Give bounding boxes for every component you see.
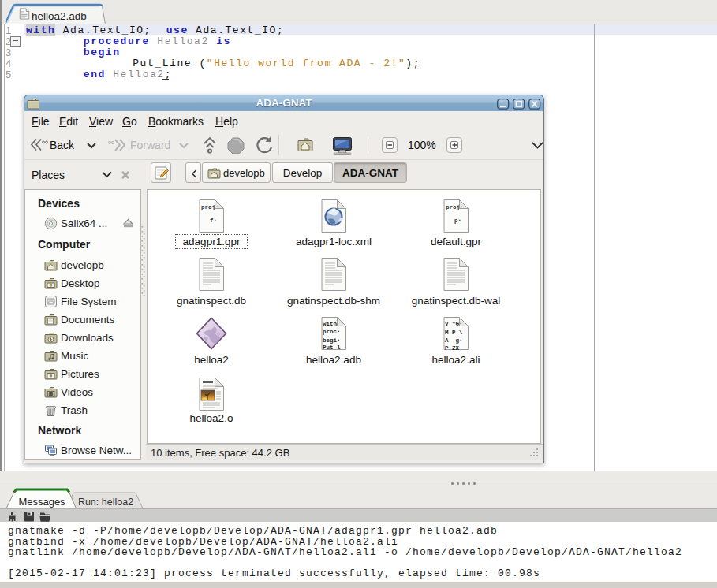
svg-text:begi⋅: begi⋅	[323, 337, 341, 344]
svg-text:M P \: M P \	[445, 329, 463, 336]
svg-text:proj⋅: proj⋅	[201, 204, 219, 210]
svg-text:V "G⋅: V "G⋅	[445, 321, 463, 327]
svg-text:f⋅: f⋅	[210, 218, 217, 224]
svg-text:p⋅: p⋅	[454, 218, 461, 224]
svg-text:with: with	[323, 321, 338, 327]
svg-text:A -g⋅: A -g⋅	[445, 337, 463, 344]
svg-text:P ZX: P ZX	[445, 345, 460, 352]
svg-text:proc⋅: proc⋅	[323, 329, 341, 335]
svg-text:Put l: Put l	[323, 344, 341, 351]
svg-text:proj⋅: proj⋅	[446, 204, 464, 210]
